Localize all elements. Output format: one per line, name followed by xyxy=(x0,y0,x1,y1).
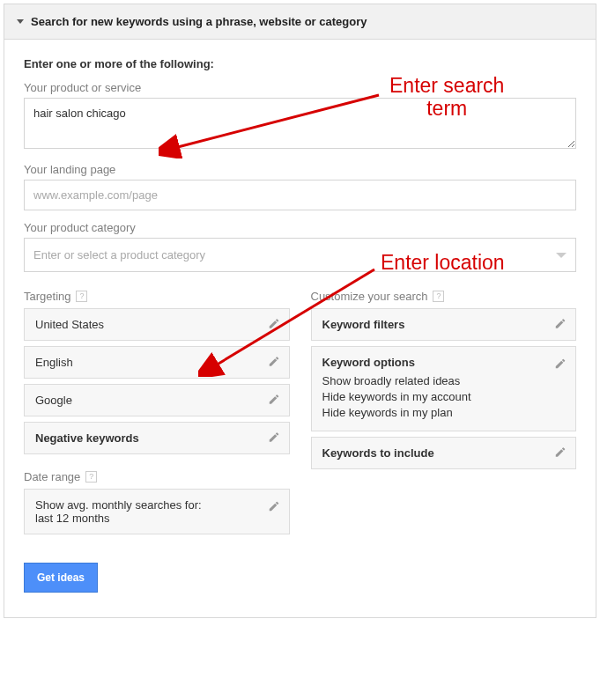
pencil-icon xyxy=(554,317,567,332)
chevron-down-icon xyxy=(556,253,567,258)
targeting-label: Targeting ? xyxy=(24,290,290,303)
targeting-network[interactable]: Google xyxy=(24,384,290,416)
product-label: Your product or service xyxy=(24,81,576,94)
product-input[interactable] xyxy=(24,98,576,149)
targeting-location[interactable]: United States xyxy=(24,308,290,341)
help-icon[interactable]: ? xyxy=(433,291,444,302)
keyword-options[interactable]: Keyword options Show broadly related ide… xyxy=(311,346,577,431)
keywords-to-include[interactable]: Keywords to include xyxy=(311,437,577,469)
targeting-language[interactable]: English xyxy=(24,346,290,379)
pencil-icon xyxy=(554,446,567,461)
pencil-icon xyxy=(268,431,280,446)
daterange-box[interactable]: Show avg. monthly searches for: last 12 … xyxy=(24,489,290,534)
keyword-planner-panel: Search for new keywords using a phrase, … xyxy=(4,4,596,618)
help-icon[interactable]: ? xyxy=(85,471,97,483)
get-ideas-button[interactable]: Get ideas xyxy=(24,563,98,593)
panel-header[interactable]: Search for new keywords using a phrase, … xyxy=(4,4,596,40)
category-placeholder: Enter or select a product category xyxy=(33,248,205,262)
pencil-icon xyxy=(268,393,280,408)
section-title: Enter one or more of the following: xyxy=(24,57,576,70)
panel-title: Search for new keywords using a phrase, … xyxy=(31,15,367,28)
negative-keywords[interactable]: Negative keywords xyxy=(24,422,290,454)
landing-label: Your landing page xyxy=(24,163,576,176)
caret-down-icon xyxy=(17,19,24,24)
daterange-label: Date range ? xyxy=(24,470,290,483)
pencil-icon xyxy=(268,355,280,370)
category-label: Your product category xyxy=(24,221,576,234)
pencil-icon xyxy=(268,500,280,515)
pencil-icon xyxy=(554,357,567,372)
keyword-filters[interactable]: Keyword filters xyxy=(311,308,577,341)
pencil-icon xyxy=(268,317,280,332)
customize-label: Customize your search ? xyxy=(311,290,577,303)
category-select[interactable]: Enter or select a product category xyxy=(24,238,576,272)
panel-body: Enter one or more of the following: Your… xyxy=(4,40,596,617)
help-icon[interactable]: ? xyxy=(76,291,87,302)
landing-input[interactable] xyxy=(24,180,576,210)
